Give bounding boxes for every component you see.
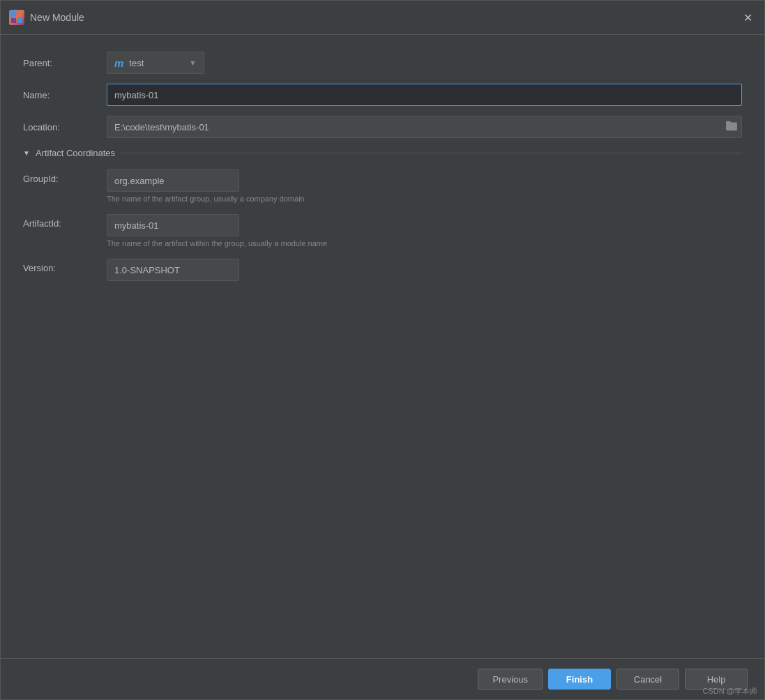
- location-row: Location: E:\code\test\mybatis-01: [23, 116, 742, 138]
- parent-label: Parent:: [23, 58, 107, 68]
- parent-dropdown[interactable]: m test ▼: [107, 52, 204, 74]
- collapse-icon[interactable]: ▼: [23, 149, 30, 157]
- groupid-label: GroupId:: [23, 169, 107, 184]
- location-value: E:\code\test\mybatis-01: [114, 122, 209, 132]
- app-icon: [9, 10, 24, 25]
- footer: Previous Finish Cancel Help: [1, 658, 764, 699]
- svg-rect-3: [17, 18, 22, 23]
- chevron-down-icon: ▼: [189, 59, 197, 67]
- artifact-section-header: ▼ Artifact Coordinates: [23, 148, 742, 158]
- previous-button[interactable]: Previous: [478, 669, 543, 690]
- artifact-section-label: Artifact Coordinates: [36, 148, 115, 158]
- title-bar: New Module ✕: [1, 1, 764, 35]
- version-input[interactable]: [107, 259, 239, 281]
- parent-m-icon: m: [114, 57, 123, 69]
- cancel-button[interactable]: Cancel: [616, 669, 679, 690]
- dialog: New Module ✕ Parent: m test ▼ Name: Loca…: [0, 0, 765, 700]
- name-row: Name:: [23, 84, 742, 106]
- version-label: Version:: [23, 259, 107, 273]
- parent-value: test: [129, 58, 144, 68]
- artifactid-group: The name of the artifact within the grou…: [107, 214, 742, 254]
- groupid-row: GroupId: The name of the artifact group,…: [23, 169, 742, 210]
- location-label: Location:: [23, 122, 107, 132]
- svg-rect-2: [11, 18, 16, 23]
- name-input[interactable]: [107, 84, 742, 106]
- section-divider: [121, 153, 742, 153]
- watermark: CSDN @李本师: [703, 686, 757, 697]
- location-field: E:\code\test\mybatis-01: [107, 116, 742, 138]
- title-left: New Module: [9, 10, 84, 25]
- groupid-input[interactable]: [107, 169, 239, 192]
- svg-rect-0: [11, 12, 16, 17]
- groupid-group: The name of the artifact group, usually …: [107, 169, 742, 210]
- folder-icon[interactable]: [726, 121, 737, 133]
- artifact-section: GroupId: The name of the artifact group,…: [23, 169, 742, 281]
- content-area: Parent: m test ▼ Name: Location: E:\code…: [1, 35, 764, 658]
- svg-rect-1: [17, 12, 22, 17]
- artifactid-hint: The name of the artifact within the grou…: [107, 239, 742, 248]
- parent-row: Parent: m test ▼: [23, 52, 742, 74]
- version-row: Version:: [23, 259, 742, 281]
- name-label: Name:: [23, 90, 107, 100]
- artifactid-row: ArtifactId: The name of the artifact wit…: [23, 214, 742, 254]
- version-group: [107, 259, 742, 281]
- groupid-hint: The name of the artifact group, usually …: [107, 195, 742, 203]
- close-button[interactable]: ✕: [739, 9, 756, 26]
- window-title: New Module: [30, 12, 84, 23]
- finish-button[interactable]: Finish: [548, 669, 611, 690]
- artifactid-input[interactable]: [107, 214, 239, 236]
- artifactid-label: ArtifactId:: [23, 214, 107, 229]
